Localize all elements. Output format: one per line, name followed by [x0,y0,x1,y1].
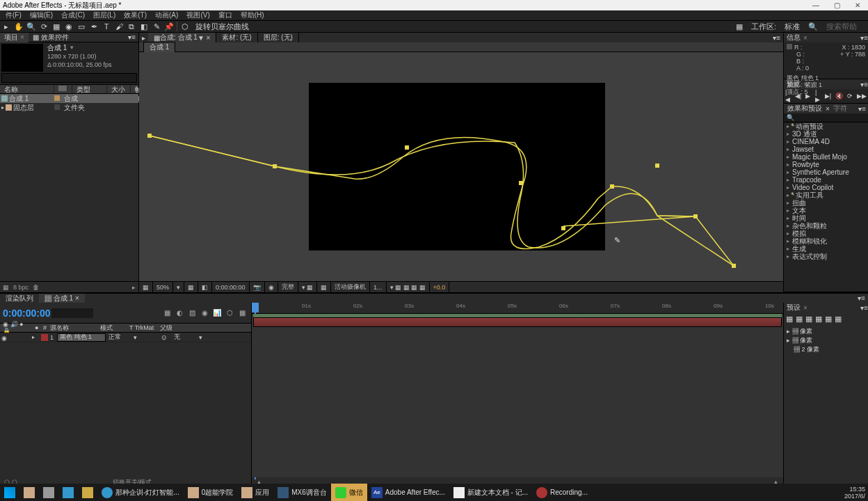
menu-comp[interactable]: 合成(C) [57,10,89,20]
hand-tool-icon[interactable]: ✋ [13,20,25,33]
selection-tool-icon[interactable]: ▸ [0,20,13,33]
brush-tool-icon[interactable]: 🖌 [113,20,125,33]
time-ruler[interactable]: 01s 02s 03s 04s 05s 06s 07s 08s 09s 10s [252,303,783,314]
camera-select[interactable]: 活动摄像机 [331,282,370,292]
draft3d-icon[interactable]: ▦ [237,308,247,318]
snapshot-icon[interactable]: 📷 [250,282,265,292]
views-select[interactable]: 1... [370,282,387,292]
label-swatch[interactable] [54,104,60,110]
pickwhip-icon[interactable]: ⊙ [161,334,171,341]
effects-presets-tab[interactable]: 效果和预设 [784,104,826,113]
rect-tool-icon[interactable]: ▭ [75,20,88,33]
maximize-icon[interactable]: ▢ [826,0,847,10]
preset-icon[interactable]: ▦ [805,315,812,324]
parent-dropdown-icon[interactable]: ▾ [199,334,206,341]
footage-tab[interactable]: 素材: (无) [216,33,257,42]
taskbar-explorer[interactable] [19,484,39,501]
interpret-icon[interactable]: ▦ [3,284,9,291]
system-clock[interactable]: 15:35 2017/6/ [844,486,868,500]
layer-name[interactable]: 黑色 纯色 1 [57,333,106,342]
menu-layer[interactable]: 图层(L) [89,10,120,20]
timeline-comp-tab[interactable]: ▦ 合成 1 × [39,294,85,303]
project-search[interactable] [1,73,137,83]
anchor-tool-icon[interactable]: ◉ [63,20,75,33]
menu-file[interactable]: 件(F) [1,10,26,20]
character-tab[interactable]: 字符 [830,104,851,113]
project-row[interactable]: 合成 1 合成 [0,94,138,103]
flowchart-icon[interactable]: ▸ [132,284,136,291]
roi-icon[interactable]: ▾ ▦ [298,282,318,292]
menu-view[interactable]: 视图(V) [182,10,214,20]
menu-edit[interactable]: 编辑(E) [26,10,57,20]
rotobezier-icon[interactable]: ⬡ [179,20,191,33]
preset-icon[interactable]: ▦ [815,315,822,324]
panel-menu-icon[interactable]: ▾≡ [856,105,868,113]
preset-item[interactable]: ▦ 2 像素 [787,345,865,354]
brainstorm-icon[interactable]: ⬡ [225,308,234,318]
taskbar-mx[interactable]: MX6调音台 [273,484,331,501]
channel-icon[interactable]: ◉ [265,282,278,292]
taskbar-wechat[interactable]: 微信 [331,484,367,501]
panel-menu-icon[interactable]: ▾≡ [125,33,138,41]
frame-blend-icon[interactable]: ▨ [187,308,197,318]
preset-item[interactable]: ▸ ▦ 像素 [787,327,865,336]
preset-item[interactable]: ▸ ▦ 像素 [787,336,865,345]
graph-icon[interactable]: 📊 [212,308,222,318]
workspace-value[interactable]: 标准 [780,22,804,32]
fx-category[interactable]: Synthetic Aperture [784,168,868,176]
preset-icon[interactable]: ▦ [835,315,842,324]
layer-bar[interactable] [253,317,782,327]
playhead[interactable] [252,303,259,312]
menu-anim[interactable]: 动画(A) [151,10,182,20]
panel-menu-icon[interactable]: ▾≡ [855,294,868,302]
comp-breadcrumb[interactable]: 合成 1 [143,42,175,53]
menu-help[interactable]: 帮助(H) [236,10,268,20]
visibility-icon[interactable]: ◉ [1,335,7,340]
expand-icon[interactable]: ▸ [1,104,4,111]
grid-icon[interactable]: ▦ [184,282,198,292]
fx-category[interactable]: Rowbyte [784,161,868,168]
timecode[interactable]: 0:00:00:00 [0,308,49,319]
taskbar-recording[interactable]: Recording... [532,484,592,501]
expand-icon[interactable]: ▸ [32,334,39,340]
camera-tool-icon[interactable]: ▦ [50,20,63,33]
parent-select[interactable]: 无 [171,333,199,342]
transparency-icon[interactable]: ▦ [317,282,331,292]
preset-icon[interactable]: ▦ [786,315,793,324]
panel-menu-icon[interactable]: ▾≡ [860,34,868,42]
label-swatch[interactable] [54,95,60,101]
puppet-tool-icon[interactable]: 📌 [163,20,175,33]
shy-icon[interactable]: ◐ [175,308,184,318]
fx-category[interactable]: Jawset [784,145,868,153]
taskbar-folder[interactable]: 应用 [237,484,273,501]
bpc-toggle[interactable]: 8 bpc [13,284,29,291]
rotate-tool-icon[interactable]: ⟳ [38,20,50,33]
exposure[interactable]: +0.0 [430,282,450,292]
res-icon[interactable]: ▾ [173,282,184,292]
taskbar-pkg[interactable] [78,484,97,501]
timecode[interactable]: 0:00:00:00 [212,282,250,292]
taskbar-ie[interactable]: 那种企训-灯灯智能... [97,484,184,501]
mask-icon[interactable]: ◧ [198,282,212,292]
eraser-tool-icon[interactable]: ◧ [138,20,150,33]
panel-menu-icon[interactable]: ▾≡ [770,34,783,42]
pen-tool-icon[interactable]: ✒ [88,20,100,33]
comp-viewer[interactable]: ✎ [139,52,783,281]
taskbar-media[interactable] [58,484,78,501]
zoom-tool-icon[interactable]: 🔍 [25,20,38,33]
project-tab[interactable]: 项目 × [0,33,29,42]
blend-mode[interactable]: 正常 [106,333,134,342]
magnify-icon[interactable]: ▦ [139,282,153,292]
mode-dropdown-icon[interactable]: ▾ [134,334,140,341]
stamp-tool-icon[interactable]: ⧉ [125,20,138,33]
preset-icon[interactable]: ▦ [796,315,803,324]
start-button[interactable] [0,484,19,501]
layer-label[interactable] [41,334,48,341]
view-opts[interactable]: ▾ ▦ ▦ ▦ ▦ [387,282,430,292]
taskbar-notepad[interactable]: 新建文本文档 - 记... [449,484,532,501]
search-icon[interactable]: 🔍 [804,22,822,31]
help-search[interactable]: 搜索帮助 [822,22,861,32]
taskbar-folder[interactable]: 0超能学院 [184,484,238,501]
dropdown-icon[interactable]: ▼ [69,44,74,52]
fx-category[interactable]: 3D 通道 [784,130,868,138]
